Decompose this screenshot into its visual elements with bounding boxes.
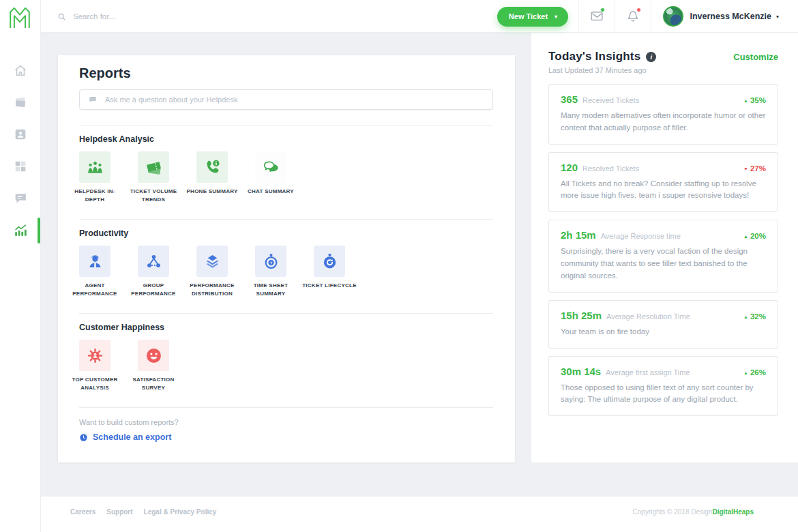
insight-delta: ▲35% <box>743 96 766 104</box>
last-updated-text: Last Updated 37 Minutes ago <box>548 66 778 74</box>
trend-up-icon: ▲ <box>743 98 748 103</box>
tile-label: Ticket Volume Trends <box>125 188 182 204</box>
report-tile-ticket-volume[interactable]: Ticket Volume Trends <box>124 151 183 204</box>
customize-link[interactable]: Customize <box>733 52 778 62</box>
insight-value: 2h 15m <box>561 229 596 241</box>
topbar: New Ticket ▾ Inverness McKenzie ▾ <box>41 0 798 33</box>
report-tile-phone-summary[interactable]: Phone Summary <box>183 151 241 204</box>
insight-label: Average Resolution Time <box>606 312 690 321</box>
topbar-separator <box>651 0 651 33</box>
schedule-export-link[interactable]: Schedule an export <box>79 432 493 442</box>
insight-body: Those opposed to using filler text of an… <box>561 382 766 407</box>
clock-icon <box>79 433 88 442</box>
insights-title: Today's Insights <box>548 50 640 63</box>
sidebar-item-home[interactable] <box>0 63 40 78</box>
chevron-down-icon: ▾ <box>555 14 557 20</box>
tile-label: Helpdesk In-Depth <box>66 188 123 204</box>
tile-label: Ticket Lifecycle <box>302 282 357 290</box>
report-sections: Helpdesk AnalysicHelpdesk In-DepthTicket… <box>79 125 493 408</box>
insight-delta: ▲32% <box>743 312 766 321</box>
agent-performance-icon <box>79 246 110 277</box>
trend-up-icon: ▲ <box>743 370 748 375</box>
sidebar-item-tickets[interactable] <box>0 95 40 110</box>
active-indicator <box>38 218 40 243</box>
insight-cards: 365Received Tickets▲35%Many modern alter… <box>548 84 778 416</box>
user-avatar[interactable] <box>663 6 683 27</box>
insight-body: Surprisingly, there is a very vocal fact… <box>561 246 766 282</box>
mail-button[interactable] <box>579 10 615 23</box>
insight-label: Average first assign Time <box>606 368 690 376</box>
report-tile-time-sheet[interactable]: Time Sheet Summary <box>241 246 300 298</box>
insight-value: 30m 14s <box>561 366 601 377</box>
sidebar-item-reports[interactable] <box>0 223 40 238</box>
insight-body: Your team is on fire today <box>561 326 766 338</box>
tile-label: Performance Distribution <box>183 282 241 298</box>
mail-unread-dot <box>600 8 605 12</box>
section-title: Customer Happiness <box>79 323 493 332</box>
sidebar <box>0 0 41 532</box>
report-tile-group-performance[interactable]: Group Performance <box>124 246 183 298</box>
custom-reports-prompt: Want to build custom reports? <box>79 418 493 426</box>
user-chevron-down-icon[interactable]: ▾ <box>776 14 779 20</box>
user-menu[interactable]: Inverness McKenzie <box>690 12 771 21</box>
insight-card-head: 15h 25mAverage Resolution Time▲32% <box>561 310 766 321</box>
insight-delta: ▼27% <box>743 164 766 173</box>
report-tile-chat-summary[interactable]: Chat Summary <box>241 151 300 204</box>
insight-card: 2h 15mAverage Response time▲20%Surprisin… <box>548 220 778 292</box>
tile-label: Satisfaction Survey <box>125 376 182 392</box>
search-input[interactable] <box>72 12 222 21</box>
info-icon[interactable]: i <box>646 52 656 62</box>
section-divider <box>79 219 493 220</box>
insight-card: 120Resolved Tickets▼27%All Tickets and n… <box>548 152 778 213</box>
insight-label: Received Tickets <box>582 96 639 104</box>
report-tile-performance-distribution[interactable]: Performance Distribution <box>183 246 241 298</box>
ticket-volume-icon <box>138 151 169 183</box>
report-tile-ticket-lifecycle[interactable]: Ticket Lifecycle <box>300 246 359 298</box>
ask-helpdesk-input[interactable] <box>104 95 484 104</box>
footer-link[interactable]: Careers <box>70 508 95 516</box>
chat-summary-icon <box>255 151 286 183</box>
report-tile-helpdesk-indepth[interactable]: Helpdesk In-Depth <box>65 151 124 204</box>
insight-delta: ▲20% <box>743 232 766 240</box>
tile-label: Agent Performance <box>66 282 123 298</box>
sidebar-item-contacts[interactable] <box>0 127 40 142</box>
new-ticket-button[interactable]: New Ticket ▾ <box>497 7 568 27</box>
report-tile-satisfaction[interactable]: Satisfaction Survey <box>124 340 183 392</box>
tile-label: Top Customer Analysis <box>66 376 123 392</box>
ticket-lifecycle-icon <box>314 246 345 277</box>
helpdesk-indepth-icon <box>79 151 110 183</box>
report-tile-top-customer[interactable]: Top Customer Analysis <box>65 340 124 392</box>
reports-panel: Reports Helpdesk AnalysicHelpdesk In-Dep… <box>58 55 515 462</box>
tile-row: Top Customer AnalysisSatisfaction Survey <box>65 340 493 392</box>
footer-links: CareersSupportLegal & Privacy Policy <box>70 508 216 516</box>
insight-value: 15h 25m <box>561 310 602 321</box>
sidebar-item-forums[interactable] <box>0 191 40 206</box>
app-logo-m-icon[interactable] <box>7 5 33 28</box>
brand-link[interactable]: DigitalHeaps <box>712 508 754 516</box>
notifications-button[interactable] <box>615 10 651 23</box>
search-icon <box>57 12 66 21</box>
home-icon <box>13 63 28 78</box>
footer-link[interactable]: Legal & Privacy Policy <box>144 508 217 516</box>
performance-distribution-icon <box>196 246 228 277</box>
topbar-right-cluster: New Ticket ▾ Inverness McKenzie ▾ <box>497 0 779 33</box>
delta-percent: 35% <box>750 96 766 104</box>
sidebar-item-solutions[interactable] <box>0 159 40 174</box>
tile-label: Phone Summary <box>187 188 238 196</box>
ask-helpdesk-box <box>79 89 493 110</box>
contacts-icon <box>13 127 28 142</box>
page-title: Reports <box>79 65 493 81</box>
trend-up-icon: ▲ <box>743 234 748 239</box>
insight-body: Many modern alternatives often incorpora… <box>561 110 766 134</box>
tile-label: Time Sheet Summary <box>242 282 299 298</box>
insights-panel: Today's Insights i Customize Last Update… <box>531 33 798 462</box>
footer-link[interactable]: Support <box>106 508 132 516</box>
report-tile-agent-performance[interactable]: Agent Performance <box>65 246 124 298</box>
section-divider <box>79 407 493 408</box>
sidebar-nav <box>0 63 40 238</box>
group-performance-icon <box>138 246 169 277</box>
section-divider <box>79 313 493 314</box>
trend-up-icon: ▲ <box>743 314 748 319</box>
phone-summary-icon <box>196 151 228 183</box>
tile-row: Agent PerformanceGroup PerformancePerfor… <box>65 246 493 298</box>
